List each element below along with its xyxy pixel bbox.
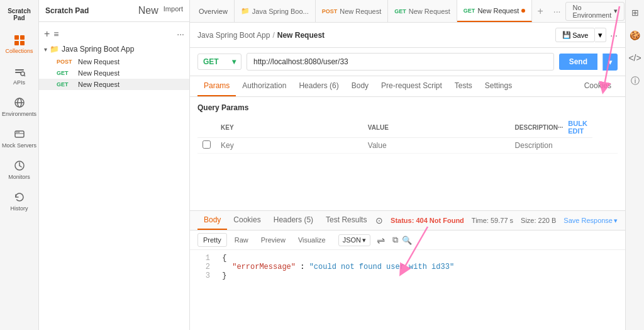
collections-actions: New Import [138,5,183,16]
body-tab-preview[interactable]: Preview [256,234,291,246]
save-icon: 💾 [562,31,571,39]
save-label: Save [572,31,588,39]
environments-icon [13,96,26,110]
response-line-1: 1 { [197,254,618,263]
tab-pre-request[interactable]: Pre-request Script [375,76,448,96]
format-chevron: ▾ [362,236,366,244]
tab-java-spring[interactable]: 📁 Java Spring Boo... [235,0,316,22]
tab-tests[interactable]: Tests [448,76,479,96]
top-tabs: Overview 📁 Java Spring Boo... POST New R… [190,0,625,23]
more-tabs-button[interactable]: ··· [548,4,566,19]
sidebar-item-monitors[interactable]: Monitors [0,154,38,185]
method-value: GET [203,57,219,66]
line-number-1: 1 [197,254,210,263]
sidebar-item-collections[interactable]: Collections [0,28,38,59]
breadcrumb-separator: / [272,31,274,40]
tab-cookies[interactable]: Cookies [578,76,618,96]
body-tab-pretty[interactable]: Pretty [197,233,227,247]
right-icon-cookie[interactable]: 🍪 [627,28,643,43]
more-options-button[interactable]: ··· [610,30,618,40]
tab-get-new-2[interactable]: GET New Request [457,0,533,22]
search-response-button[interactable]: 🔍 [402,236,412,245]
right-icon-info[interactable]: ⓘ [628,73,642,89]
response-area: Body Cookies Headers (5) Test Results ⊙ … [190,210,625,330]
method-badge-get-1: GET [57,70,74,76]
more-icon[interactable]: ··· [177,29,184,39]
wrap-icon[interactable]: ⇌ [377,234,385,246]
sidebar-item-environments[interactable]: Environments [0,91,38,122]
svg-rect-1 [20,35,25,40]
line-number-3: 3 [197,271,210,280]
status-text: Status: 404 Not Found [391,217,464,224]
sort-icon[interactable]: ≡ [53,29,58,39]
save-button[interactable]: 💾 Save [555,28,595,42]
send-dropdown-button[interactable]: ▾ [602,54,618,71]
request-post-new[interactable]: POST New Request [39,56,189,67]
resp-tab-body[interactable]: Body [197,211,227,230]
sidebar-item-history[interactable]: History [0,185,38,217]
mock-servers-icon [13,127,26,141]
resp-tab-headers[interactable]: Headers (5) [267,211,319,230]
right-icon-grid[interactable]: ⊞ [629,5,641,20]
method-selector[interactable]: GET ▾ [197,54,242,70]
history-icon [13,190,26,204]
method-badge-get-2: GET [57,81,74,88]
tab-folder-icon: 📁 [241,7,250,15]
save-button-group: 💾 Save ▾ [555,28,606,42]
resp-tab-test-results[interactable]: Test Results [319,211,373,230]
svg-rect-2 [14,41,19,45]
param-value-input[interactable] [368,141,505,150]
format-selector[interactable]: JSON ▾ [338,234,370,246]
param-desc-input[interactable] [515,141,613,150]
new-collection-button[interactable]: New [138,5,158,16]
body-tab-raw[interactable]: Raw [230,234,253,246]
format-value: JSON [343,236,361,244]
save-dropdown-button[interactable]: ▾ [595,28,606,42]
request-get-new-2[interactable]: GET New Request [39,79,189,90]
tab-headers[interactable]: Headers (6) [292,76,345,96]
body-tab-visualize[interactable]: Visualize [293,234,331,246]
request-name-2: New Request [78,69,119,77]
save-response-button[interactable]: Save Response ▾ [564,217,618,225]
add-tab-button[interactable]: + [532,3,548,20]
sidebar-item-mock-servers[interactable]: Mock Servers [0,122,38,154]
param-key-input[interactable] [221,141,358,150]
tab-get-badge-2: GET [464,8,475,14]
col-more-icon[interactable]: ··· [558,124,563,131]
sidebar-item-apis[interactable]: APIs [0,59,38,91]
url-input[interactable] [247,53,554,71]
tab-params[interactable]: Params [197,76,236,96]
right-icon-code[interactable]: </> [626,50,643,65]
tab-settings[interactable]: Settings [479,76,518,96]
json-colon: : [300,263,309,271]
import-button[interactable]: Import [164,5,183,16]
response-line-3: 3 } [197,271,618,280]
collection-chevron-icon: ▾ [44,46,47,53]
send-button[interactable]: Send [559,54,597,70]
param-checkbox[interactable] [203,140,211,149]
top-bar-right: No Environment ▾ [565,2,625,21]
save-response-label: Save Response [564,217,613,224]
resp-tab-cookies[interactable]: Cookies [227,211,267,230]
copy-response-button[interactable]: ⧉ [392,235,398,245]
brace-open: { [222,254,226,263]
tab-overview[interactable]: Overview [192,0,235,22]
collection-java-spring[interactable]: ▾ 📁 Java Spring Boot App [39,42,189,56]
size-text: Size: 220 B [521,217,556,224]
value-col-header: VALUE [363,117,510,138]
svg-point-14 [18,132,19,133]
tab-overview-label: Overview [199,8,228,15]
environments-label: Environments [2,111,36,117]
add-icon[interactable]: + [44,28,50,40]
tab-get-new-1[interactable]: GET New Request [388,0,457,22]
breadcrumb-collection: Java Spring Boot App [197,31,270,40]
request-get-new-1[interactable]: GET New Request [39,67,189,79]
tab-authorization[interactable]: Authorization [236,76,292,96]
request-tabs: Params Authorization Headers (6) Body Pr… [190,76,625,97]
collections-panel-title: Scratch Pad [45,6,89,15]
environment-selector[interactable]: No Environment ▾ [565,2,625,21]
bulk-edit-button[interactable]: Bulk Edit [568,120,587,135]
tab-body[interactable]: Body [345,76,375,96]
tab-post-badge: POST [322,8,338,14]
tab-post-new[interactable]: POST New Request [316,0,389,22]
